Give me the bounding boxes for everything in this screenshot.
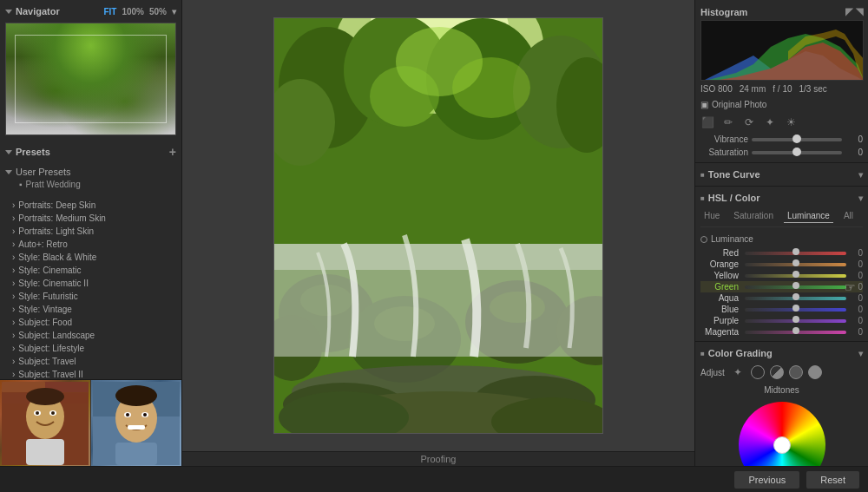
preset-portraits-light[interactable]: › Portraits: Light Skin xyxy=(5,225,176,238)
color-grading-header[interactable]: ■ Color Grading ▾ xyxy=(700,345,863,361)
hsl-tab-luminance[interactable]: Luminance xyxy=(784,209,833,223)
adjust-shadows-icon[interactable] xyxy=(751,365,765,379)
hsl-row-yellow: Yellow 0 xyxy=(700,270,863,281)
reset-button[interactable]: Reset xyxy=(806,471,859,489)
preset-style-cinematic2[interactable]: › Style: Cinematic II xyxy=(5,277,176,290)
hsl-header[interactable]: ■ HSL / Color ▾ xyxy=(700,190,863,206)
presets-add-button[interactable]: + xyxy=(169,145,176,159)
blue-label: Blue xyxy=(700,305,742,314)
bullet-icon: › xyxy=(12,292,15,301)
adjust-label: Adjust xyxy=(700,368,725,377)
orange-slider[interactable] xyxy=(745,263,846,266)
user-presets-header[interactable]: User Presets xyxy=(5,165,176,179)
svg-rect-44 xyxy=(274,244,603,270)
preset-subject-travel2[interactable]: › Subject: Travel II xyxy=(5,368,176,379)
magenta-slider[interactable] xyxy=(745,331,846,334)
svg-rect-3 xyxy=(2,393,30,403)
adjust-link-icon[interactable]: ✦ xyxy=(730,364,746,380)
hsl-expand[interactable]: ▾ xyxy=(858,194,863,203)
adjust-global-icon[interactable] xyxy=(808,365,822,379)
adjust-highlights-icon[interactable] xyxy=(789,365,803,379)
histogram-icons: ◤ ◥ xyxy=(845,6,863,17)
navigator-zoom2[interactable]: 50% xyxy=(149,7,167,16)
svg-point-16 xyxy=(115,385,157,406)
pratt-wedding-item[interactable]: ▪ Pratt Wedding xyxy=(5,179,176,190)
hsl-tab-all[interactable]: All xyxy=(840,209,857,223)
tone-curve-header[interactable]: ■ Tone Curve ▾ xyxy=(700,167,863,182)
left-panel: Navigator FIT 100% 50% ▾ Presets xyxy=(0,0,182,466)
preset-style-cinematic[interactable]: › Style: Cinematic xyxy=(5,264,176,277)
preset-style-futuristic[interactable]: › Style: Futuristic xyxy=(5,290,176,303)
heal-icon[interactable]: ✏ xyxy=(721,115,735,129)
presets-header[interactable]: Presets + xyxy=(5,142,176,161)
navigator-fit[interactable]: FIT xyxy=(103,7,116,16)
blue-slider[interactable] xyxy=(745,308,846,312)
main-image-area xyxy=(182,0,694,451)
preset-style-bw[interactable]: › Style: Black & White xyxy=(5,251,176,264)
red-slider[interactable] xyxy=(745,252,846,255)
preset-subject-landscape[interactable]: › Subject: Landscape xyxy=(5,329,176,342)
hsl-title: HSL / Color xyxy=(708,193,760,203)
histogram-section: Histogram ◤ ◥ xyxy=(695,0,868,163)
green-slider[interactable] xyxy=(745,285,846,289)
histogram-title: Histogram xyxy=(700,7,747,17)
preset-style-vintage[interactable]: › Style: Vintage xyxy=(5,303,176,316)
navigator-header[interactable]: Navigator FIT 100% 50% ▾ xyxy=(5,3,176,19)
focal-value: 24 mm xyxy=(740,84,766,94)
preset-subject-travel[interactable]: › Subject: Travel xyxy=(5,355,176,368)
navigator-title: Navigator xyxy=(16,6,60,16)
magenta-value: 0 xyxy=(849,327,863,337)
hsl-row-orange: Orange 0 xyxy=(700,259,863,270)
navigator-zoom1[interactable]: 100% xyxy=(122,7,144,16)
saturation-slider[interactable] xyxy=(752,151,842,154)
adjustment-icon[interactable]: ⟳ xyxy=(742,115,756,129)
histogram-title-row: Histogram ◤ ◥ xyxy=(700,3,863,20)
preset-auto-retro[interactable]: › Auto+: Retro xyxy=(5,238,176,251)
hist-icon-left[interactable]: ◤ xyxy=(845,6,852,17)
yellow-slider[interactable] xyxy=(745,274,846,278)
photo-container xyxy=(273,17,603,434)
hsl-bullet: ■ xyxy=(700,194,705,202)
tool-icons-row: ⬛ ✏ ⟳ ✦ ☀ xyxy=(700,112,863,133)
purple-slider[interactable] xyxy=(745,319,846,323)
tone-curve-section: ■ Tone Curve ▾ xyxy=(695,163,868,187)
bullet-icon: › xyxy=(12,226,15,236)
svg-point-20 xyxy=(143,413,147,417)
svg-point-34 xyxy=(452,57,530,118)
hsl-tab-hue[interactable]: Hue xyxy=(700,209,723,223)
color-grading-expand[interactable]: ▾ xyxy=(858,349,863,358)
color-wheel[interactable] xyxy=(739,402,825,466)
preset-portraits-medium[interactable]: › Portraits: Medium Skin xyxy=(5,212,176,225)
svg-rect-12 xyxy=(26,439,64,465)
vibrance-slider[interactable] xyxy=(752,138,842,141)
proofing-label: Proofing xyxy=(421,454,457,464)
color-wheel-container xyxy=(700,397,863,466)
svg-rect-21 xyxy=(128,425,145,430)
red-label: Red xyxy=(700,248,742,258)
webcam-face-1 xyxy=(0,380,90,466)
svg-point-11 xyxy=(51,411,55,415)
color-grading-bullet: ■ xyxy=(700,350,705,358)
preset-subject-lifestyle[interactable]: › Subject: Lifestyle xyxy=(5,342,176,355)
tone-curve-expand[interactable]: ▾ xyxy=(858,170,863,180)
star-icon[interactable]: ✦ xyxy=(763,115,777,129)
bullet-icon: › xyxy=(12,213,15,223)
aqua-slider[interactable] xyxy=(745,297,846,300)
navigator-collapse-icon xyxy=(5,10,12,14)
crop-icon[interactable]: ⬛ xyxy=(700,115,714,129)
navigator-more[interactable]: ▾ xyxy=(172,7,176,16)
hsl-tab-saturation[interactable]: Saturation xyxy=(730,209,777,223)
previous-button[interactable]: Previous xyxy=(734,471,799,489)
luminance-dot xyxy=(700,236,707,243)
presets-title: Presets xyxy=(16,147,50,157)
hist-icon-right[interactable]: ◥ xyxy=(856,6,863,17)
svg-rect-22 xyxy=(115,443,157,465)
adjust-midtones-icon[interactable] xyxy=(770,365,784,379)
hsl-section: ■ HSL / Color ▾ Hue Saturation Luminance… xyxy=(695,187,868,342)
cursor-hand-icon: ☞ xyxy=(845,280,856,294)
sun-icon[interactable]: ☀ xyxy=(784,115,798,129)
preset-portraits-deep[interactable]: › Portraits: Deep Skin xyxy=(5,199,176,212)
bullet-icon: › xyxy=(12,305,15,314)
preset-subject-food[interactable]: › Subject: Food xyxy=(5,316,176,329)
bottom-navigation: Previous Reset xyxy=(0,466,868,492)
